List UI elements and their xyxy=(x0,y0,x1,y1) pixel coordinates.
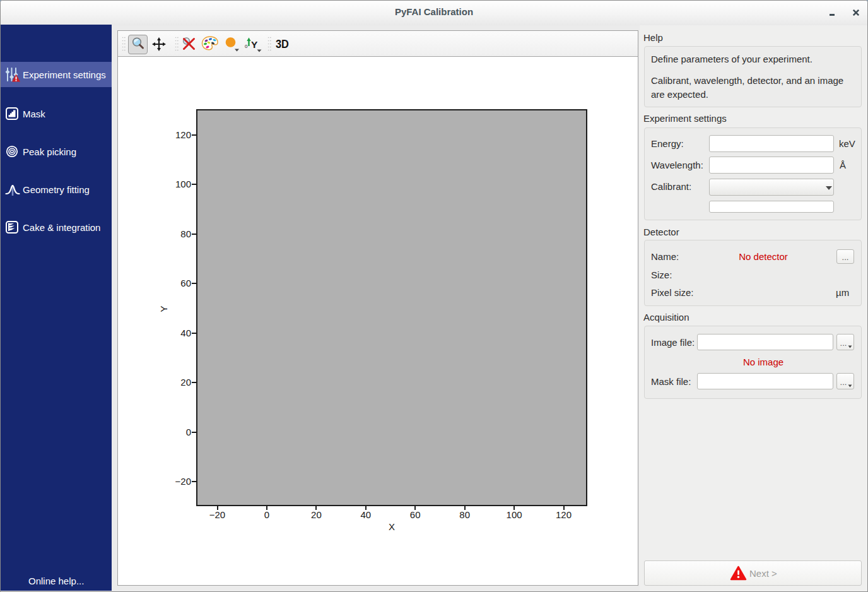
svg-text:Y: Y xyxy=(251,39,258,50)
svg-text:0: 0 xyxy=(245,44,248,49)
